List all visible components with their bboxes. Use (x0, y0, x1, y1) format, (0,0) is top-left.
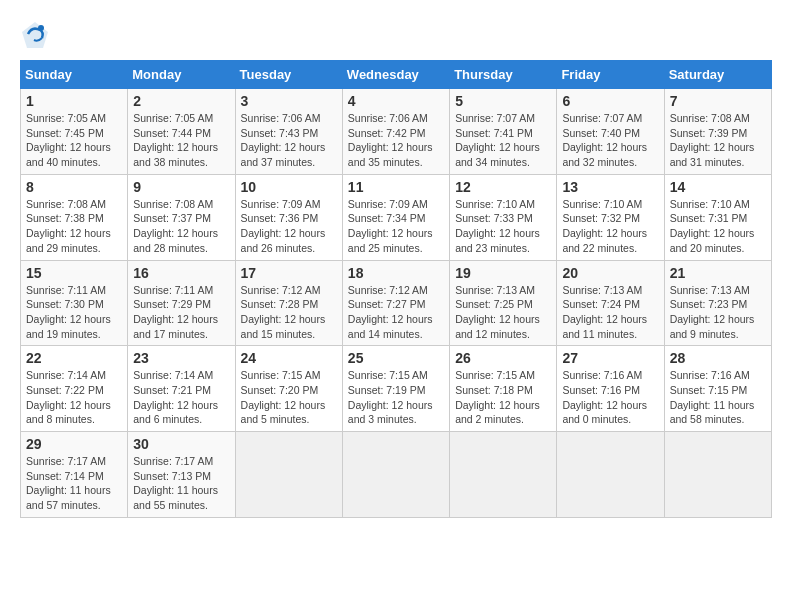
day-detail: Sunrise: 7:09 AM Sunset: 7:34 PM Dayligh… (348, 197, 444, 256)
calendar-cell: 21Sunrise: 7:13 AM Sunset: 7:23 PM Dayli… (664, 260, 771, 346)
calendar-cell: 6Sunrise: 7:07 AM Sunset: 7:40 PM Daylig… (557, 89, 664, 175)
day-detail: Sunrise: 7:15 AM Sunset: 7:19 PM Dayligh… (348, 368, 444, 427)
column-header-friday: Friday (557, 61, 664, 89)
day-detail: Sunrise: 7:12 AM Sunset: 7:27 PM Dayligh… (348, 283, 444, 342)
calendar-week-row: 8Sunrise: 7:08 AM Sunset: 7:38 PM Daylig… (21, 174, 772, 260)
calendar-cell: 23Sunrise: 7:14 AM Sunset: 7:21 PM Dayli… (128, 346, 235, 432)
day-detail: Sunrise: 7:17 AM Sunset: 7:14 PM Dayligh… (26, 454, 122, 513)
day-detail: Sunrise: 7:06 AM Sunset: 7:43 PM Dayligh… (241, 111, 337, 170)
calendar-cell (342, 432, 449, 518)
day-number: 22 (26, 350, 122, 366)
calendar-table: SundayMondayTuesdayWednesdayThursdayFrid… (20, 60, 772, 518)
calendar-cell: 4Sunrise: 7:06 AM Sunset: 7:42 PM Daylig… (342, 89, 449, 175)
day-number: 11 (348, 179, 444, 195)
calendar-cell (235, 432, 342, 518)
svg-point-1 (38, 25, 44, 31)
day-detail: Sunrise: 7:14 AM Sunset: 7:22 PM Dayligh… (26, 368, 122, 427)
calendar-cell: 26Sunrise: 7:15 AM Sunset: 7:18 PM Dayli… (450, 346, 557, 432)
day-number: 20 (562, 265, 658, 281)
calendar-cell: 13Sunrise: 7:10 AM Sunset: 7:32 PM Dayli… (557, 174, 664, 260)
day-number: 15 (26, 265, 122, 281)
calendar-cell: 14Sunrise: 7:10 AM Sunset: 7:31 PM Dayli… (664, 174, 771, 260)
calendar-cell: 15Sunrise: 7:11 AM Sunset: 7:30 PM Dayli… (21, 260, 128, 346)
day-number: 2 (133, 93, 229, 109)
calendar-cell: 1Sunrise: 7:05 AM Sunset: 7:45 PM Daylig… (21, 89, 128, 175)
day-detail: Sunrise: 7:17 AM Sunset: 7:13 PM Dayligh… (133, 454, 229, 513)
calendar-cell: 12Sunrise: 7:10 AM Sunset: 7:33 PM Dayli… (450, 174, 557, 260)
calendar-cell: 16Sunrise: 7:11 AM Sunset: 7:29 PM Dayli… (128, 260, 235, 346)
day-number: 3 (241, 93, 337, 109)
day-number: 21 (670, 265, 766, 281)
day-detail: Sunrise: 7:10 AM Sunset: 7:33 PM Dayligh… (455, 197, 551, 256)
day-detail: Sunrise: 7:13 AM Sunset: 7:25 PM Dayligh… (455, 283, 551, 342)
day-number: 5 (455, 93, 551, 109)
calendar-cell: 11Sunrise: 7:09 AM Sunset: 7:34 PM Dayli… (342, 174, 449, 260)
day-detail: Sunrise: 7:16 AM Sunset: 7:16 PM Dayligh… (562, 368, 658, 427)
calendar-cell: 24Sunrise: 7:15 AM Sunset: 7:20 PM Dayli… (235, 346, 342, 432)
column-header-wednesday: Wednesday (342, 61, 449, 89)
calendar-week-row: 15Sunrise: 7:11 AM Sunset: 7:30 PM Dayli… (21, 260, 772, 346)
day-detail: Sunrise: 7:08 AM Sunset: 7:37 PM Dayligh… (133, 197, 229, 256)
day-number: 12 (455, 179, 551, 195)
day-detail: Sunrise: 7:14 AM Sunset: 7:21 PM Dayligh… (133, 368, 229, 427)
day-number: 13 (562, 179, 658, 195)
column-header-saturday: Saturday (664, 61, 771, 89)
column-header-thursday: Thursday (450, 61, 557, 89)
calendar-cell: 7Sunrise: 7:08 AM Sunset: 7:39 PM Daylig… (664, 89, 771, 175)
logo-icon (20, 20, 50, 50)
day-detail: Sunrise: 7:09 AM Sunset: 7:36 PM Dayligh… (241, 197, 337, 256)
calendar-cell: 27Sunrise: 7:16 AM Sunset: 7:16 PM Dayli… (557, 346, 664, 432)
calendar-cell: 19Sunrise: 7:13 AM Sunset: 7:25 PM Dayli… (450, 260, 557, 346)
day-detail: Sunrise: 7:15 AM Sunset: 7:18 PM Dayligh… (455, 368, 551, 427)
calendar-week-row: 29Sunrise: 7:17 AM Sunset: 7:14 PM Dayli… (21, 432, 772, 518)
day-number: 17 (241, 265, 337, 281)
column-header-tuesday: Tuesday (235, 61, 342, 89)
day-number: 27 (562, 350, 658, 366)
day-number: 19 (455, 265, 551, 281)
day-number: 10 (241, 179, 337, 195)
calendar-week-row: 22Sunrise: 7:14 AM Sunset: 7:22 PM Dayli… (21, 346, 772, 432)
day-detail: Sunrise: 7:16 AM Sunset: 7:15 PM Dayligh… (670, 368, 766, 427)
day-detail: Sunrise: 7:10 AM Sunset: 7:32 PM Dayligh… (562, 197, 658, 256)
calendar-cell: 8Sunrise: 7:08 AM Sunset: 7:38 PM Daylig… (21, 174, 128, 260)
day-number: 4 (348, 93, 444, 109)
calendar-cell: 18Sunrise: 7:12 AM Sunset: 7:27 PM Dayli… (342, 260, 449, 346)
calendar-cell (450, 432, 557, 518)
day-number: 9 (133, 179, 229, 195)
calendar-cell: 25Sunrise: 7:15 AM Sunset: 7:19 PM Dayli… (342, 346, 449, 432)
column-header-sunday: Sunday (21, 61, 128, 89)
calendar-cell (664, 432, 771, 518)
day-number: 8 (26, 179, 122, 195)
day-number: 26 (455, 350, 551, 366)
calendar-cell: 9Sunrise: 7:08 AM Sunset: 7:37 PM Daylig… (128, 174, 235, 260)
day-number: 30 (133, 436, 229, 452)
calendar-header-row: SundayMondayTuesdayWednesdayThursdayFrid… (21, 61, 772, 89)
day-number: 18 (348, 265, 444, 281)
day-detail: Sunrise: 7:07 AM Sunset: 7:41 PM Dayligh… (455, 111, 551, 170)
calendar-cell: 28Sunrise: 7:16 AM Sunset: 7:15 PM Dayli… (664, 346, 771, 432)
day-detail: Sunrise: 7:05 AM Sunset: 7:45 PM Dayligh… (26, 111, 122, 170)
day-detail: Sunrise: 7:12 AM Sunset: 7:28 PM Dayligh… (241, 283, 337, 342)
day-detail: Sunrise: 7:13 AM Sunset: 7:24 PM Dayligh… (562, 283, 658, 342)
day-detail: Sunrise: 7:10 AM Sunset: 7:31 PM Dayligh… (670, 197, 766, 256)
svg-marker-0 (22, 22, 48, 48)
day-detail: Sunrise: 7:11 AM Sunset: 7:30 PM Dayligh… (26, 283, 122, 342)
day-number: 16 (133, 265, 229, 281)
calendar-cell: 22Sunrise: 7:14 AM Sunset: 7:22 PM Dayli… (21, 346, 128, 432)
calendar-cell (557, 432, 664, 518)
day-detail: Sunrise: 7:07 AM Sunset: 7:40 PM Dayligh… (562, 111, 658, 170)
logo (20, 20, 54, 50)
day-detail: Sunrise: 7:05 AM Sunset: 7:44 PM Dayligh… (133, 111, 229, 170)
day-number: 29 (26, 436, 122, 452)
day-number: 23 (133, 350, 229, 366)
page-header (20, 20, 772, 50)
day-detail: Sunrise: 7:06 AM Sunset: 7:42 PM Dayligh… (348, 111, 444, 170)
calendar-cell: 17Sunrise: 7:12 AM Sunset: 7:28 PM Dayli… (235, 260, 342, 346)
day-detail: Sunrise: 7:08 AM Sunset: 7:38 PM Dayligh… (26, 197, 122, 256)
day-detail: Sunrise: 7:13 AM Sunset: 7:23 PM Dayligh… (670, 283, 766, 342)
calendar-cell: 30Sunrise: 7:17 AM Sunset: 7:13 PM Dayli… (128, 432, 235, 518)
calendar-cell: 3Sunrise: 7:06 AM Sunset: 7:43 PM Daylig… (235, 89, 342, 175)
day-number: 1 (26, 93, 122, 109)
day-number: 24 (241, 350, 337, 366)
day-number: 7 (670, 93, 766, 109)
